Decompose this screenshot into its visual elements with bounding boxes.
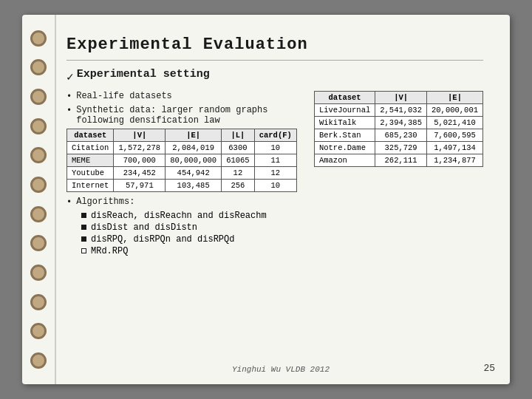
table-row: LiveJournal2,541,03220,000,001 xyxy=(314,104,482,117)
bullet-dot-icon: • xyxy=(66,197,72,208)
footer-text: Yinghui Wu VLDB 2012 xyxy=(232,365,330,374)
table-row: Internet57,971103,48525610 xyxy=(67,180,297,192)
table-cell: 6300 xyxy=(222,142,255,154)
spiral-ring xyxy=(30,147,47,163)
left-bullets: • Real-life datasets • Synthetic data: l… xyxy=(66,91,302,192)
table-cell: 10 xyxy=(254,180,296,192)
bullet-dot-icon: • xyxy=(66,92,72,102)
table-cell: 7,600,595 xyxy=(426,129,482,142)
section-heading: Experimental setting xyxy=(77,68,210,81)
lower-col-v: |V| xyxy=(114,129,166,142)
algorithms-label: Algorithms: xyxy=(76,197,134,207)
spiral-ring xyxy=(30,265,47,281)
lower-col-e: |E| xyxy=(166,129,222,142)
spiral-ring xyxy=(30,235,47,251)
title-divider xyxy=(66,60,483,61)
square-bullet-icon xyxy=(81,236,86,242)
table-cell: Amazon xyxy=(314,154,375,167)
table-cell: 1,497,134 xyxy=(426,142,482,154)
slide-number: 25 xyxy=(483,363,495,374)
table-cell: 10 xyxy=(254,142,296,154)
bullet-2: • Synthetic data: larger random graphs f… xyxy=(66,105,302,126)
table-cell: Youtube xyxy=(67,167,114,180)
slide-title: Experimental Evaluation xyxy=(66,35,483,54)
square-bullet-icon xyxy=(81,213,86,218)
table-cell: 325,729 xyxy=(375,142,427,154)
square-bullet-icon xyxy=(81,225,86,230)
lower-table-header-row: dataset |V| |E| |L| card(F) xyxy=(67,129,297,142)
table-cell: 2,394,385 xyxy=(375,117,427,129)
table-cell: 700,000 xyxy=(114,154,166,167)
slide: Experimental Evaluation ✓ Experimental s… xyxy=(22,15,510,384)
algo-item-3: disRPQ, disRPQn and disRPQd xyxy=(81,234,483,245)
table-cell: LiveJournal xyxy=(314,104,375,117)
table-cell: WikiTalk xyxy=(314,117,375,129)
table-row: Amazon262,1111,234,877 xyxy=(314,154,482,167)
lower-col-l: |L| xyxy=(222,129,255,142)
content-area: • Real-life datasets • Synthetic data: l… xyxy=(66,91,483,192)
spiral-ring xyxy=(30,89,47,105)
spiral-ring xyxy=(30,118,47,134)
spiral-ring xyxy=(30,59,47,75)
table-cell: 80,000,000 xyxy=(166,154,222,167)
table-cell: 685,230 xyxy=(375,129,427,142)
spiral-binding xyxy=(22,15,55,384)
table-cell: 2,541,032 xyxy=(375,104,427,117)
bullet-1: • Real-life datasets xyxy=(66,91,302,102)
table-cell: 5,021,410 xyxy=(426,117,482,129)
table-cell: Berk.Stan xyxy=(314,129,375,142)
upper-table: dataset |V| |E| LiveJournal2,541,03220,0… xyxy=(314,91,483,167)
table-row: MEME700,00080,000,0006106511 xyxy=(67,154,297,167)
footer-area: Yinghui Wu VLDB 2012 xyxy=(66,365,495,374)
open-square-bullet-icon xyxy=(81,248,86,253)
table-cell: 2,084,019 xyxy=(166,142,222,154)
table-row: Berk.Stan685,2307,600,595 xyxy=(314,129,482,142)
upper-col-dataset: dataset xyxy=(314,92,375,104)
algorithms-label-item: • Algorithms: xyxy=(66,197,483,208)
bullet-dot-icon: • xyxy=(66,106,72,116)
upper-table-area: dataset |V| |E| LiveJournal2,541,03220,0… xyxy=(314,91,483,192)
spiral-ring xyxy=(30,323,47,339)
table-row: WikiTalk2,394,3855,021,410 xyxy=(314,117,482,129)
spiral-ring xyxy=(30,294,47,310)
table-cell: 262,111 xyxy=(375,154,427,167)
table-cell: Citation xyxy=(67,142,114,154)
table-row: Citation1,572,2782,084,019630010 xyxy=(67,142,297,154)
table-cell: 20,000,001 xyxy=(426,104,482,117)
lower-table-wrapper: dataset |V| |E| |L| card(F) Citation1,57… xyxy=(66,129,302,192)
table-cell: Internet xyxy=(67,180,114,192)
table-cell: 1,234,877 xyxy=(426,154,482,167)
upper-col-v: |V| xyxy=(375,92,427,104)
table-cell: 454,942 xyxy=(166,167,222,180)
table-cell: 1,572,278 xyxy=(114,142,166,154)
lower-col-dataset: dataset xyxy=(67,129,114,142)
upper-table-header-row: dataset |V| |E| xyxy=(314,92,482,104)
table-cell: Notre.Dame xyxy=(314,142,375,154)
algo-item-4: MRd.RPQ xyxy=(81,246,483,256)
table-cell: 12 xyxy=(254,167,296,180)
table-cell: 234,452 xyxy=(114,167,166,180)
spiral-ring xyxy=(30,30,47,47)
spiral-ring xyxy=(30,177,47,193)
spiral-ring xyxy=(30,206,47,222)
check-mark-icon: ✓ xyxy=(66,69,74,84)
table-cell: 61065 xyxy=(222,154,255,167)
algo-item-1: disReach, disReachn and disReachm xyxy=(81,211,483,221)
spiral-ring xyxy=(30,352,47,369)
table-row: Notre.Dame325,7291,497,134 xyxy=(314,142,482,154)
left-divider xyxy=(55,15,56,384)
lower-table: dataset |V| |E| |L| card(F) Citation1,57… xyxy=(66,129,297,192)
table-cell: 256 xyxy=(222,180,255,192)
table-row: Youtube234,452454,9421212 xyxy=(67,167,297,180)
algo-item-2: disDist and disDistn xyxy=(81,222,483,233)
table-cell: 57,971 xyxy=(114,180,166,192)
upper-col-e: |E| xyxy=(426,92,482,104)
lower-col-cardf: card(F) xyxy=(254,129,296,142)
table-cell: 11 xyxy=(254,154,296,167)
table-cell: 103,485 xyxy=(166,180,222,192)
table-cell: 12 xyxy=(222,167,255,180)
algorithms-section: • Algorithms: disReach, disReachn and di… xyxy=(66,197,483,256)
table-cell: MEME xyxy=(67,154,114,167)
